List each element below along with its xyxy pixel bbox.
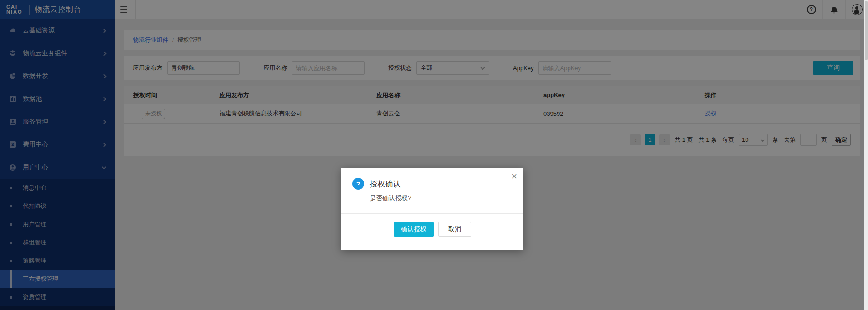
dialog-header: ? 授权确认 bbox=[352, 178, 401, 190]
scrollbar-thumb[interactable] bbox=[865, 1, 868, 60]
confirm-authorize-button[interactable]: 确认授权 bbox=[394, 222, 434, 237]
dialog-message: 是否确认授权? bbox=[370, 194, 411, 202]
dialog-divider bbox=[341, 213, 523, 214]
cancel-button[interactable]: 取消 bbox=[438, 222, 471, 237]
modal-backdrop bbox=[0, 0, 864, 310]
vertical-scrollbar[interactable] bbox=[864, 0, 868, 310]
authorization-confirm-dialog: × ? 授权确认 是否确认授权? 确认授权 取消 bbox=[341, 168, 523, 250]
dialog-buttons: 确认授权 取消 bbox=[341, 222, 523, 237]
dialog-title: 授权确认 bbox=[370, 179, 401, 189]
close-icon[interactable]: × bbox=[511, 171, 517, 181]
question-icon: ? bbox=[352, 178, 364, 190]
